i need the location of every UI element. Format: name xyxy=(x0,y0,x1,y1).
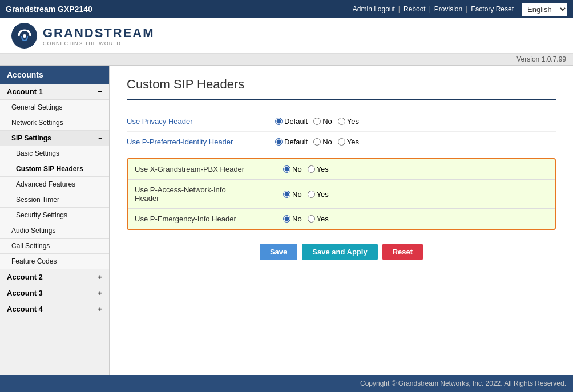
logo-area: GRANDSTREAM CONNECTING THE WORLD xyxy=(11,23,155,49)
p-access-yes-option[interactable]: Yes xyxy=(308,190,329,199)
save-button[interactable]: Save xyxy=(260,244,297,260)
nav-settings[interactable]: SETTINGS xyxy=(304,26,360,46)
logo-icon xyxy=(11,23,37,49)
reset-button[interactable]: Reset xyxy=(382,244,423,260)
sidebar-item-session-timer[interactable]: Session Timer xyxy=(0,192,109,208)
x-grandstream-no-radio[interactable] xyxy=(283,165,290,173)
p-access-no-option[interactable]: No xyxy=(283,190,302,199)
p-emergency-label: Use P-Emergency-Info Header xyxy=(135,215,283,223)
p-access-label: Use P-Access-Network-InfoHeader xyxy=(135,185,283,203)
sidebar-account1-header[interactable]: Account 1 − xyxy=(0,84,109,100)
p-preferred-default-radio[interactable] xyxy=(275,138,283,146)
sidebar-account2-header[interactable]: Account 2 + xyxy=(0,269,109,285)
privacy-header-row: Use Privacy Header Default No Yes xyxy=(127,111,556,132)
p-access-options: No Yes xyxy=(283,190,329,199)
nav-phonebook[interactable]: PHONEBOOK xyxy=(489,26,556,46)
main-layout: Accounts Account 1 − General Settings Ne… xyxy=(0,66,573,385)
footer-text: Copyright © Grandstream Networks, Inc. 2… xyxy=(360,379,566,387)
x-grandstream-yes-radio[interactable] xyxy=(308,165,315,173)
p-access-row: Use P-Access-Network-InfoHeader No Yes xyxy=(128,180,555,209)
p-access-yes-radio[interactable] xyxy=(308,191,315,198)
sidebar-item-feature-codes[interactable]: Feature Codes xyxy=(0,254,109,269)
sidebar-account3-header[interactable]: Account 3 + xyxy=(0,285,109,301)
version-text: Version 1.0.7.99 xyxy=(516,55,566,63)
privacy-no-option[interactable]: No xyxy=(313,117,332,126)
p-emergency-yes-radio[interactable] xyxy=(308,215,315,223)
p-emergency-yes-option[interactable]: Yes xyxy=(308,215,329,223)
sidebar-item-general-settings[interactable]: General Settings xyxy=(0,100,109,115)
sidebar-sip-settings-header[interactable]: SIP Settings − xyxy=(0,131,109,146)
nav-accounts[interactable]: ACCOUNTS xyxy=(244,26,304,46)
sidebar: Accounts Account 1 − General Settings Ne… xyxy=(0,66,110,385)
privacy-yes-option[interactable]: Yes xyxy=(338,117,359,126)
page-title: Custom SIP Headers xyxy=(127,77,556,92)
top-bar-links: Admin Logout | Reboot | Provision | Fact… xyxy=(349,3,567,16)
p-emergency-no-radio[interactable] xyxy=(283,215,290,223)
privacy-yes-radio[interactable] xyxy=(338,118,345,125)
nav-status[interactable]: STATUS xyxy=(197,26,244,46)
sidebar-item-basic-settings[interactable]: Basic Settings xyxy=(0,146,109,161)
main-nav: STATUS ACCOUNTS SETTINGS NETWORK MAINTEN… xyxy=(191,25,562,47)
account3-label: Account 3 xyxy=(7,289,43,297)
top-bar: Grandstream GXP2140 Admin Logout | Reboo… xyxy=(0,0,573,18)
sip-collapse-icon: − xyxy=(98,134,102,142)
sidebar-item-custom-sip-headers[interactable]: Custom SIP Headers xyxy=(0,161,109,177)
sidebar-item-network-settings[interactable]: Network Settings xyxy=(0,115,109,131)
app-title: Grandstream GXP2140 xyxy=(6,5,92,14)
highlighted-section: Use X-Grandstream-PBX Header No Yes Use … xyxy=(127,158,556,230)
brand-sub: CONNECTING THE WORLD xyxy=(43,41,155,46)
footer: Copyright © Grandstream Networks, Inc. 2… xyxy=(0,375,573,392)
svg-point-1 xyxy=(23,34,26,38)
logo-text: GRANDSTREAM CONNECTING THE WORLD xyxy=(43,26,155,46)
collapse-icon: − xyxy=(98,87,102,96)
privacy-default-option[interactable]: Default xyxy=(275,117,308,126)
sidebar-item-security-settings[interactable]: Security Settings xyxy=(0,208,109,223)
p-preferred-no-radio[interactable] xyxy=(313,138,321,146)
x-grandstream-options: No Yes xyxy=(283,165,329,173)
admin-logout-link[interactable]: Admin Logout xyxy=(349,5,398,13)
p-preferred-row: Use P-Preferred-Identity Header Default … xyxy=(127,132,556,152)
x-grandstream-row: Use X-Grandstream-PBX Header No Yes xyxy=(128,159,555,180)
account3-expand-icon: + xyxy=(98,289,102,297)
privacy-default-radio[interactable] xyxy=(275,118,283,125)
p-preferred-no-option[interactable]: No xyxy=(313,138,332,146)
sidebar-item-call-settings[interactable]: Call Settings xyxy=(0,239,109,254)
sidebar-item-audio-settings[interactable]: Audio Settings xyxy=(0,223,109,239)
privacy-no-radio[interactable] xyxy=(313,118,321,125)
sidebar-item-advanced-features[interactable]: Advanced Features xyxy=(0,177,109,192)
x-grandstream-no-option[interactable]: No xyxy=(283,165,302,173)
content-area: Custom SIP Headers Use Privacy Header De… xyxy=(110,66,573,385)
x-grandstream-yes-option[interactable]: Yes xyxy=(308,165,329,173)
p-preferred-label: Use P-Preferred-Identity Header xyxy=(127,138,275,146)
sidebar-account4-header[interactable]: Account 4 + xyxy=(0,301,109,317)
account2-expand-icon: + xyxy=(98,273,102,281)
brand-name: GRANDSTREAM xyxy=(43,26,155,41)
sip-settings-label: SIP Settings xyxy=(11,134,51,142)
account1-label: Account 1 xyxy=(7,87,43,96)
account2-label: Account 2 xyxy=(7,273,43,281)
p-preferred-default-option[interactable]: Default xyxy=(275,138,308,146)
account4-expand-icon: + xyxy=(98,305,102,313)
privacy-header-options: Default No Yes xyxy=(275,117,359,126)
nav-network[interactable]: NETWORK xyxy=(360,26,416,46)
sidebar-header: Accounts xyxy=(0,66,109,84)
p-preferred-yes-radio[interactable] xyxy=(338,138,345,146)
button-row: Save Save and Apply Reset xyxy=(127,244,556,260)
privacy-header-label: Use Privacy Header xyxy=(127,117,275,126)
p-preferred-yes-option[interactable]: Yes xyxy=(338,138,359,146)
page-divider xyxy=(127,99,556,100)
reboot-link[interactable]: Reboot xyxy=(400,5,429,13)
account4-label: Account 4 xyxy=(7,305,43,313)
logo-bar: GRANDSTREAM CONNECTING THE WORLD STATUS … xyxy=(0,18,573,54)
language-select[interactable]: English Chinese French Spanish xyxy=(522,3,567,16)
provision-link[interactable]: Provision xyxy=(431,5,466,13)
version-bar: Version 1.0.7.99 xyxy=(0,54,573,66)
p-access-no-radio[interactable] xyxy=(283,191,290,198)
save-and-apply-button[interactable]: Save and Apply xyxy=(302,244,377,260)
p-preferred-options: Default No Yes xyxy=(275,138,359,146)
x-grandstream-label: Use X-Grandstream-PBX Header xyxy=(135,165,283,173)
p-emergency-no-option[interactable]: No xyxy=(283,215,302,223)
p-emergency-options: No Yes xyxy=(283,215,329,223)
nav-maintenance[interactable]: MAINTENANCE xyxy=(416,26,489,46)
factory-reset-link[interactable]: Factory Reset xyxy=(467,5,517,13)
